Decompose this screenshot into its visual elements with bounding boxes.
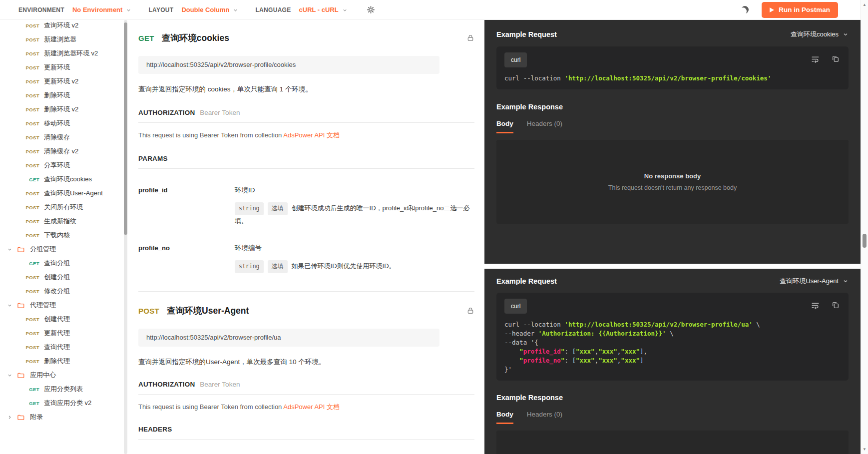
language-tab-curl[interactable]: curl — [504, 52, 527, 67]
headers-label: HEADERS — [138, 426, 172, 433]
sidebar-item-label: 查询环境User-Agent — [44, 189, 103, 198]
authorization-label: AUTHORIZATION — [138, 109, 195, 116]
environment-selector[interactable]: No Environment — [72, 6, 131, 13]
method-badge: POST — [24, 51, 39, 56]
endpoint-section-cookies: GET 查询环境cookies http://localhost:50325/a… — [138, 32, 474, 273]
sidebar-item-request[interactable]: POST移动环境 — [0, 116, 128, 130]
layout-selector[interactable]: Double Column — [181, 6, 238, 13]
sidebar-item-request[interactable]: POST创建分组 — [0, 270, 128, 284]
method-badge: POST — [24, 135, 39, 140]
param-description: string选填创建环境成功后生成的唯一ID，profile_id和profil… — [235, 202, 474, 227]
method-badge: POST — [24, 359, 39, 364]
tab-headers[interactable]: Headers (0) — [527, 120, 562, 133]
sidebar-folder[interactable]: 附录 — [0, 410, 128, 424]
example-selector[interactable]: 查询环境User-Agent — [780, 277, 849, 286]
sidebar-item-request[interactable]: POST清除缓存 — [0, 130, 128, 144]
settings-gear-icon[interactable] — [367, 5, 375, 14]
page-scrollbar-thumb[interactable] — [863, 234, 867, 248]
wrap-text-icon[interactable] — [811, 55, 820, 63]
chevron-down-icon — [233, 7, 238, 13]
sidebar-item-request[interactable]: POST创建代理 — [0, 312, 128, 326]
sidebar-item-label: 删除代理 — [44, 357, 70, 366]
sidebar-item-request[interactable]: POST分享环境 — [0, 158, 128, 172]
sidebar-item-request[interactable]: POST更新代理 — [0, 326, 128, 340]
code-snippet: curl --location 'http://localhost:50325/… — [504, 320, 841, 374]
example-selector[interactable]: 查询环境cookies — [791, 30, 849, 39]
collection-link[interactable]: AdsPower API 文档 — [283, 403, 340, 411]
scroll-up-arrow[interactable]: ▲ — [861, 2, 868, 7]
language-tab-curl[interactable]: curl — [504, 299, 527, 314]
language-selector[interactable]: cURL - cURL — [299, 6, 348, 13]
sidebar-item-request[interactable]: POST关闭所有环境 — [0, 200, 128, 214]
page-scrollbar[interactable]: ▲ ▼ — [861, 0, 868, 454]
sidebar-item-request[interactable]: POST修改分组 — [0, 284, 128, 298]
code-snippet-box: curl curl --location 'http://localhost:5… — [496, 293, 849, 381]
scroll-down-arrow[interactable]: ▼ — [861, 447, 868, 452]
param-label: 环境编号 — [235, 244, 474, 253]
method-badge: POST — [24, 107, 39, 112]
sidebar-item-label: 应用分类列表 — [44, 385, 83, 394]
sidebar-item-request[interactable]: POST查询环境 v2 — [0, 20, 128, 32]
sidebar-item-label: 更新代理 — [44, 329, 70, 338]
run-in-postman-button[interactable]: Run in Postman — [762, 2, 838, 18]
sidebar-item-request[interactable]: GET查询应用分类 v2 — [0, 396, 128, 410]
sidebar-item-request[interactable]: POST删除代理 — [0, 354, 128, 368]
sidebar-item-request[interactable]: POST更新环境 — [0, 60, 128, 74]
method-badge: POST — [24, 121, 39, 126]
tab-headers[interactable]: Headers (0) — [527, 411, 562, 424]
sidebar-item-request[interactable]: POST查询环境User-Agent — [0, 186, 128, 200]
example-response-heading: Example Response — [496, 394, 849, 402]
endpoint-title: 查询环境User-Agent — [167, 305, 249, 317]
chevron-down-icon — [126, 7, 131, 13]
sidebar-item-request[interactable]: POST删除环境 v2 — [0, 102, 128, 116]
sidebar-item-request[interactable]: POST查询代理 — [0, 340, 128, 354]
wrap-text-icon[interactable] — [811, 301, 820, 310]
sidebar-item-label: 清除缓存 — [44, 133, 70, 142]
sidebar-item-label: 下载内核 — [44, 231, 70, 240]
sidebar-item-request[interactable]: POST清除缓存 v2 — [0, 144, 128, 158]
sidebar-item-request[interactable]: POST生成新指纹 — [0, 214, 128, 228]
topbar: ENVIRONMENT No Environment LAYOUT Double… — [0, 0, 868, 20]
copy-icon[interactable] — [832, 55, 840, 63]
sidebar-folder[interactable]: 应用中心 — [0, 368, 128, 382]
lock-icon — [466, 307, 474, 315]
dark-mode-moon-icon[interactable] — [741, 6, 749, 13]
method-badge: POST — [24, 331, 39, 336]
sidebar-item-request[interactable]: GET应用分类列表 — [0, 382, 128, 396]
endpoint-title: 查询环境cookies — [162, 32, 229, 44]
method-badge: POST — [24, 205, 39, 210]
sidebar-item-request[interactable]: GET查询分组 — [0, 256, 128, 270]
code-snippet: curl --location 'http://localhost:50325/… — [504, 74, 841, 83]
method-badge: POST — [24, 149, 39, 154]
layout-value: Double Column — [181, 6, 229, 13]
tab-body[interactable]: Body — [496, 411, 513, 424]
tab-body[interactable]: Body — [496, 120, 513, 133]
method-badge: POST — [24, 191, 39, 196]
sidebar-folder[interactable]: 代理管理 — [0, 298, 128, 312]
chevron-down-icon — [7, 373, 12, 378]
sidebar-item-request[interactable]: POST更新环境 v2 — [0, 74, 128, 88]
main-doc-column: GET 查询环境cookies http://localhost:50325/a… — [128, 20, 484, 454]
sidebar-item-request[interactable]: POST下载内核 — [0, 228, 128, 242]
collection-link[interactable]: AdsPower API 文档 — [283, 131, 340, 139]
param-row: profile_no环境编号string选填如果已传环境ID则优先使用环境ID。 — [138, 244, 474, 273]
chevron-right-icon — [7, 415, 12, 420]
param-row: profile_id环境IDstring选填创建环境成功后生成的唯一ID，pro… — [138, 186, 474, 227]
sidebar-item-label: 查询环境 v2 — [44, 21, 78, 30]
sidebar-folder[interactable]: 分组管理 — [0, 242, 128, 256]
copy-icon[interactable] — [832, 301, 840, 310]
authorization-label: AUTHORIZATION — [138, 381, 195, 388]
sidebar-item-request[interactable]: GET查询环境cookies — [0, 172, 128, 186]
endpoint-section-user-agent: POST 查询环境User-Agent http://localhost:503… — [138, 305, 474, 454]
sidebar-item-request[interactable]: POST新建浏览器环境 v2 — [0, 46, 128, 60]
 — [7, 303, 12, 308]
lock-icon — [466, 34, 474, 42]
folder-icon — [17, 246, 24, 253]
method-badge: POST — [24, 163, 39, 168]
sidebar-item-request[interactable]: POST新建浏览器 — [0, 32, 128, 46]
sidebar-scrollbar-thumb[interactable] — [124, 22, 127, 235]
folder-icon — [17, 414, 24, 421]
params-rows: profile_id环境IDstring选填创建环境成功后生成的唯一ID，pro… — [138, 186, 474, 273]
sidebar-item-request[interactable]: POST删除环境 — [0, 88, 128, 102]
layout-label: LAYOUT — [148, 6, 173, 13]
